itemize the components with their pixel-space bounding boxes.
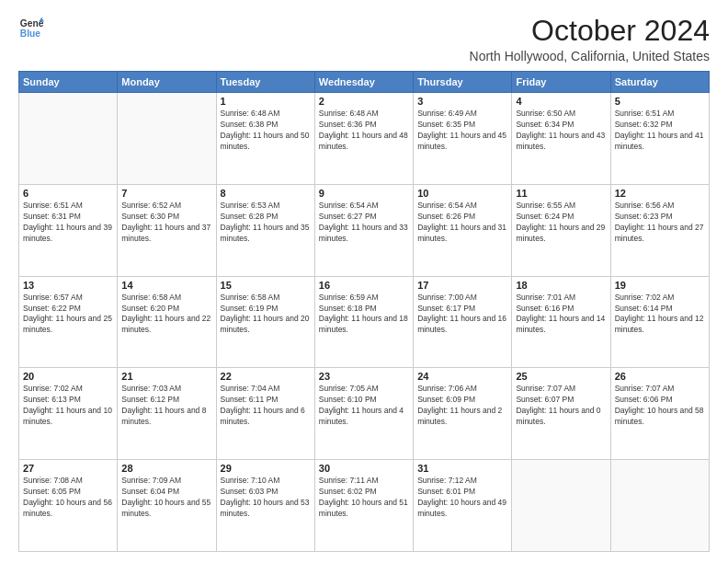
- calendar-cell: 23Sunrise: 7:05 AMSunset: 6:10 PMDayligh…: [314, 368, 413, 460]
- day-info: Sunrise: 7:00 AMSunset: 6:17 PMDaylight:…: [417, 293, 507, 337]
- day-header-friday: Friday: [512, 72, 610, 93]
- day-info: Sunrise: 7:09 AMSunset: 6:04 PMDaylight:…: [121, 476, 211, 520]
- calendar-cell: 15Sunrise: 6:58 AMSunset: 6:19 PMDayligh…: [216, 276, 314, 368]
- day-info: Sunrise: 6:49 AMSunset: 6:35 PMDaylight:…: [417, 109, 507, 153]
- calendar-cell: 9Sunrise: 6:54 AMSunset: 6:27 PMDaylight…: [314, 184, 413, 276]
- calendar-cell: 12Sunrise: 6:56 AMSunset: 6:23 PMDayligh…: [610, 184, 709, 276]
- calendar-cell: 8Sunrise: 6:53 AMSunset: 6:28 PMDaylight…: [216, 184, 314, 276]
- calendar-cell: 17Sunrise: 7:00 AMSunset: 6:17 PMDayligh…: [414, 276, 512, 368]
- day-number: 30: [319, 463, 409, 474]
- calendar-cell: 6Sunrise: 6:51 AMSunset: 6:31 PMDaylight…: [19, 184, 118, 276]
- calendar-cell: 10Sunrise: 6:54 AMSunset: 6:26 PMDayligh…: [414, 184, 512, 276]
- calendar-cell: 19Sunrise: 7:02 AMSunset: 6:14 PMDayligh…: [610, 276, 709, 368]
- calendar-cell: 4Sunrise: 6:50 AMSunset: 6:34 PMDaylight…: [512, 93, 610, 185]
- day-info: Sunrise: 7:03 AMSunset: 6:12 PMDaylight:…: [121, 384, 211, 428]
- day-number: 12: [615, 188, 705, 199]
- calendar-cell: 2Sunrise: 6:48 AMSunset: 6:36 PMDaylight…: [314, 93, 413, 185]
- day-info: Sunrise: 6:48 AMSunset: 6:38 PMDaylight:…: [221, 109, 311, 153]
- title-area: October 2024 North Hollywood, California…: [470, 15, 710, 63]
- day-info: Sunrise: 7:05 AMSunset: 6:10 PMDaylight:…: [319, 384, 409, 428]
- day-info: Sunrise: 6:59 AMSunset: 6:18 PMDaylight:…: [319, 293, 409, 337]
- calendar-cell: [610, 460, 709, 552]
- day-number: 26: [615, 371, 705, 382]
- day-info: Sunrise: 6:53 AMSunset: 6:28 PMDaylight:…: [221, 201, 311, 245]
- day-number: 29: [221, 463, 311, 474]
- day-number: 18: [516, 280, 606, 291]
- day-info: Sunrise: 6:54 AMSunset: 6:27 PMDaylight:…: [319, 201, 409, 245]
- day-info: Sunrise: 6:58 AMSunset: 6:20 PMDaylight:…: [121, 293, 211, 337]
- day-number: 28: [121, 463, 211, 474]
- day-number: 23: [319, 371, 409, 382]
- calendar-cell: 13Sunrise: 6:57 AMSunset: 6:22 PMDayligh…: [19, 276, 118, 368]
- calendar-cell: 22Sunrise: 7:04 AMSunset: 6:11 PMDayligh…: [216, 368, 314, 460]
- day-header-tuesday: Tuesday: [216, 72, 314, 93]
- calendar-cell: 1Sunrise: 6:48 AMSunset: 6:38 PMDaylight…: [216, 93, 314, 185]
- day-info: Sunrise: 6:58 AMSunset: 6:19 PMDaylight:…: [221, 293, 311, 337]
- week-row-4: 20Sunrise: 7:02 AMSunset: 6:13 PMDayligh…: [19, 368, 710, 460]
- day-number: 7: [121, 188, 211, 199]
- calendar-cell: 7Sunrise: 6:52 AMSunset: 6:30 PMDaylight…: [118, 184, 216, 276]
- calendar-cell: 20Sunrise: 7:02 AMSunset: 6:13 PMDayligh…: [19, 368, 118, 460]
- calendar-cell: 31Sunrise: 7:12 AMSunset: 6:01 PMDayligh…: [414, 460, 512, 552]
- day-header-wednesday: Wednesday: [314, 72, 413, 93]
- day-number: 16: [319, 280, 409, 291]
- day-header-monday: Monday: [118, 72, 216, 93]
- day-info: Sunrise: 7:04 AMSunset: 6:11 PMDaylight:…: [221, 384, 311, 428]
- day-info: Sunrise: 7:02 AMSunset: 6:14 PMDaylight:…: [615, 293, 705, 337]
- day-info: Sunrise: 6:51 AMSunset: 6:32 PMDaylight:…: [615, 109, 705, 153]
- logo: General Blue: [18, 15, 44, 40]
- calendar-cell: [19, 93, 118, 185]
- week-row-2: 6Sunrise: 6:51 AMSunset: 6:31 PMDaylight…: [19, 184, 710, 276]
- calendar-cell: 21Sunrise: 7:03 AMSunset: 6:12 PMDayligh…: [118, 368, 216, 460]
- day-header-sunday: Sunday: [19, 72, 118, 93]
- day-number: 10: [417, 188, 507, 199]
- calendar-cell: [512, 460, 610, 552]
- day-info: Sunrise: 6:48 AMSunset: 6:36 PMDaylight:…: [319, 109, 409, 153]
- day-info: Sunrise: 7:10 AMSunset: 6:03 PMDaylight:…: [221, 476, 311, 520]
- day-info: Sunrise: 6:54 AMSunset: 6:26 PMDaylight:…: [417, 201, 507, 245]
- calendar-cell: 29Sunrise: 7:10 AMSunset: 6:03 PMDayligh…: [216, 460, 314, 552]
- main-title: October 2024: [470, 15, 710, 47]
- header-row: SundayMondayTuesdayWednesdayThursdayFrid…: [19, 72, 710, 93]
- day-info: Sunrise: 6:52 AMSunset: 6:30 PMDaylight:…: [121, 201, 211, 245]
- day-info: Sunrise: 7:07 AMSunset: 6:07 PMDaylight:…: [516, 384, 606, 428]
- subtitle: North Hollywood, California, United Stat…: [470, 49, 710, 63]
- page: General Blue October 2024 North Hollywoo…: [0, 0, 728, 563]
- calendar-cell: 14Sunrise: 6:58 AMSunset: 6:20 PMDayligh…: [118, 276, 216, 368]
- day-number: 13: [23, 280, 113, 291]
- header: General Blue October 2024 North Hollywoo…: [18, 15, 710, 63]
- day-number: 8: [221, 188, 311, 199]
- calendar-cell: 18Sunrise: 7:01 AMSunset: 6:16 PMDayligh…: [512, 276, 610, 368]
- day-info: Sunrise: 7:11 AMSunset: 6:02 PMDaylight:…: [319, 476, 409, 520]
- svg-text:Blue: Blue: [20, 29, 41, 39]
- day-number: 31: [417, 463, 507, 474]
- day-info: Sunrise: 6:55 AMSunset: 6:24 PMDaylight:…: [516, 201, 606, 245]
- week-row-1: 1Sunrise: 6:48 AMSunset: 6:38 PMDaylight…: [19, 93, 710, 185]
- day-info: Sunrise: 6:57 AMSunset: 6:22 PMDaylight:…: [23, 293, 113, 337]
- day-number: 19: [615, 280, 705, 291]
- calendar-cell: 24Sunrise: 7:06 AMSunset: 6:09 PMDayligh…: [414, 368, 512, 460]
- day-number: 24: [417, 371, 507, 382]
- day-number: 25: [516, 371, 606, 382]
- calendar-cell: 28Sunrise: 7:09 AMSunset: 6:04 PMDayligh…: [118, 460, 216, 552]
- calendar-cell: 16Sunrise: 6:59 AMSunset: 6:18 PMDayligh…: [314, 276, 413, 368]
- day-info: Sunrise: 7:08 AMSunset: 6:05 PMDaylight:…: [23, 476, 113, 520]
- day-number: 9: [319, 188, 409, 199]
- calendar-cell: 5Sunrise: 6:51 AMSunset: 6:32 PMDaylight…: [610, 93, 709, 185]
- day-header-saturday: Saturday: [610, 72, 709, 93]
- day-number: 11: [516, 188, 606, 199]
- day-number: 1: [221, 96, 311, 107]
- day-number: 15: [221, 280, 311, 291]
- day-number: 21: [121, 371, 211, 382]
- calendar-table: SundayMondayTuesdayWednesdayThursdayFrid…: [18, 71, 710, 552]
- day-info: Sunrise: 7:12 AMSunset: 6:01 PMDaylight:…: [417, 476, 507, 520]
- day-info: Sunrise: 7:01 AMSunset: 6:16 PMDaylight:…: [516, 293, 606, 337]
- logo-icon: General Blue: [18, 15, 44, 40]
- calendar-cell: 26Sunrise: 7:07 AMSunset: 6:06 PMDayligh…: [610, 368, 709, 460]
- day-number: 14: [121, 280, 211, 291]
- day-info: Sunrise: 6:56 AMSunset: 6:23 PMDaylight:…: [615, 201, 705, 245]
- day-info: Sunrise: 7:06 AMSunset: 6:09 PMDaylight:…: [417, 384, 507, 428]
- week-row-5: 27Sunrise: 7:08 AMSunset: 6:05 PMDayligh…: [19, 460, 710, 552]
- day-info: Sunrise: 7:07 AMSunset: 6:06 PMDaylight:…: [615, 384, 705, 428]
- calendar-cell: 11Sunrise: 6:55 AMSunset: 6:24 PMDayligh…: [512, 184, 610, 276]
